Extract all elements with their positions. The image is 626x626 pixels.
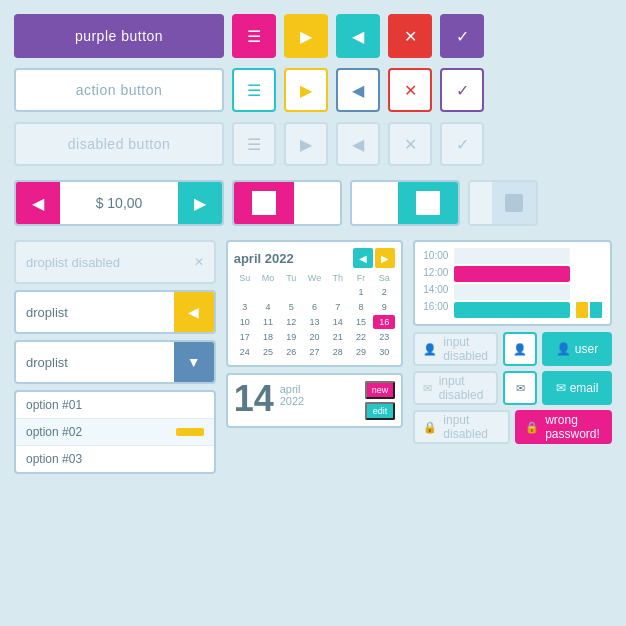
new-button[interactable]: new	[365, 381, 396, 399]
time-slot: 12:00	[423, 265, 448, 280]
calendar-widget: april 2022 ◀ ▶ Su Mo Tu We Th Fr Sa .	[226, 240, 404, 367]
back-icon-stepper: ◀	[32, 194, 44, 213]
play-icon-disabled: ▶	[300, 135, 312, 154]
calendar-next[interactable]: ▶	[375, 248, 395, 268]
stepper-decrease[interactable]: ◀	[16, 182, 60, 224]
play-button-yellow[interactable]: ▶	[284, 14, 328, 58]
arrow-left-icon: ◀	[188, 304, 199, 320]
close-button-red[interactable]: ✕	[388, 14, 432, 58]
cal-day[interactable]: 5	[280, 300, 302, 314]
user-label: 👤 user	[542, 332, 612, 366]
user-icon-disabled: 👤	[423, 342, 437, 356]
right-column: 10:00 12:00 14:00 16:00	[413, 240, 612, 474]
play-button-outline-yellow[interactable]: ▶	[284, 68, 328, 112]
calendar-column: april 2022 ◀ ▶ Su Mo Tu We Th Fr Sa .	[226, 240, 404, 474]
cal-day[interactable]: 13	[303, 315, 325, 329]
close-button-outline-red[interactable]: ✕	[388, 68, 432, 112]
time-schedule: 10:00 12:00 14:00 16:00	[413, 240, 612, 326]
cal-day[interactable]: 29	[350, 345, 372, 359]
row-filled-buttons: purple button ☰ ▶ ◀ ✕ ✓	[14, 14, 612, 58]
cal-day[interactable]: 10	[234, 315, 256, 329]
email-input-active[interactable]: ✉	[503, 371, 537, 405]
cal-day[interactable]: 4	[257, 300, 279, 314]
toggle-thumb-teal	[416, 191, 440, 215]
close-button-disabled: ✕	[388, 122, 432, 166]
back-button-teal[interactable]: ◀	[336, 14, 380, 58]
option-indicator	[176, 428, 204, 436]
row-disabled-buttons: disabled button ☰ ▶ ◀ ✕ ✓	[14, 122, 612, 166]
password-input-group: 🔒 input disabled 🔒 wrong password!	[413, 410, 612, 444]
cal-day[interactable]: 12	[280, 315, 302, 329]
cal-day[interactable]: 27	[303, 345, 325, 359]
cal-day[interactable]: 25	[257, 345, 279, 359]
cal-day-today[interactable]: 16	[373, 315, 395, 329]
time-block-teal	[454, 302, 570, 318]
cal-day[interactable]: 19	[280, 330, 302, 344]
user-input-active[interactable]: 👤	[503, 332, 537, 366]
cal-day[interactable]: 14	[327, 315, 349, 329]
cal-day[interactable]: 11	[257, 315, 279, 329]
cal-day[interactable]: 18	[257, 330, 279, 344]
book-icon-teal	[590, 302, 602, 318]
cal-day[interactable]: 8	[350, 300, 372, 314]
calendar-prev[interactable]: ◀	[353, 248, 373, 268]
action-button[interactable]: action button	[14, 68, 224, 112]
cal-day[interactable]: 2	[373, 285, 395, 299]
row-outline-buttons: action button ☰ ▶ ◀ ✕ ✓	[14, 68, 612, 112]
back-icon-disabled: ◀	[352, 135, 364, 154]
back-button-disabled: ◀	[336, 122, 380, 166]
lock-icon-error: 🔒	[525, 420, 539, 434]
arrow-down-icon: ▼	[187, 354, 201, 370]
toggle-pink[interactable]	[232, 180, 342, 226]
close-icon-outline: ✕	[404, 81, 417, 100]
email-input-group: ✉ input disabled ✉ ✉ email	[413, 371, 612, 405]
price-stepper[interactable]: ◀ $ 10,00 ▶	[14, 180, 224, 226]
droplists-column: droplist disabled ✕ droplist ◀ droplist …	[14, 240, 216, 474]
edit-button[interactable]: edit	[365, 402, 396, 420]
user-input-disabled: 👤 input disabled	[413, 332, 498, 366]
toggle-square-disabled	[505, 194, 523, 212]
stepper-increase[interactable]: ▶	[178, 182, 222, 224]
cal-day[interactable]: 7	[327, 300, 349, 314]
date-month: april	[280, 383, 304, 395]
droplist-yellow[interactable]: droplist ◀	[14, 290, 216, 334]
toggle-teal[interactable]	[350, 180, 460, 226]
dropdown-arrow-blue: ▼	[174, 342, 214, 382]
back-button-outline-blue[interactable]: ◀	[336, 68, 380, 112]
menu-icon: ☰	[247, 27, 261, 46]
cal-day[interactable]: 30	[373, 345, 395, 359]
cal-day[interactable]: 9	[373, 300, 395, 314]
close-icon: ✕	[404, 27, 417, 46]
cal-day[interactable]: 23	[373, 330, 395, 344]
check-button-disabled: ✓	[440, 122, 484, 166]
cal-day[interactable]: 22	[350, 330, 372, 344]
droplist-disabled-label: droplist disabled	[26, 255, 120, 270]
date-actions: new edit	[365, 381, 396, 420]
cal-day[interactable]: 17	[234, 330, 256, 344]
list-item[interactable]: option #01	[16, 392, 214, 419]
list-item[interactable]: option #03	[16, 446, 214, 472]
option-label: option #01	[26, 398, 82, 412]
email-label-text: email	[570, 381, 599, 395]
time-slot: 16:00	[423, 299, 448, 314]
droplist-blue[interactable]: droplist ▼	[14, 340, 216, 384]
email-input-disabled: ✉ input disabled	[413, 371, 498, 405]
menu-button-pink[interactable]: ☰	[232, 14, 276, 58]
cal-day[interactable]: 26	[280, 345, 302, 359]
email-disabled-text: input disabled	[439, 374, 488, 402]
cal-day[interactable]: 20	[303, 330, 325, 344]
check-button-purple[interactable]: ✓	[440, 14, 484, 58]
cal-day[interactable]: 6	[303, 300, 325, 314]
list-item[interactable]: option #02	[16, 419, 214, 446]
cal-day[interactable]: 24	[234, 345, 256, 359]
cal-day[interactable]: 21	[327, 330, 349, 344]
play-icon-stepper: ▶	[194, 194, 206, 213]
cal-day[interactable]: 15	[350, 315, 372, 329]
check-button-outline-purple[interactable]: ✓	[440, 68, 484, 112]
cal-day[interactable]: 3	[234, 300, 256, 314]
cal-day[interactable]: 1	[350, 285, 372, 299]
toggle-inactive-disabled	[470, 182, 492, 224]
menu-button-outline-teal[interactable]: ☰	[232, 68, 276, 112]
cal-day[interactable]: 28	[327, 345, 349, 359]
purple-button[interactable]: purple button	[14, 14, 224, 58]
